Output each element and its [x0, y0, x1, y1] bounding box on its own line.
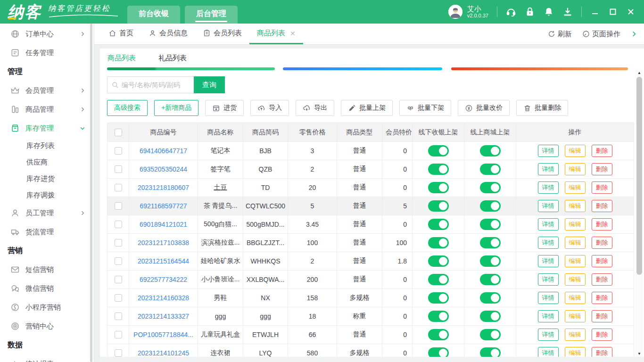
- close-button[interactable]: [626, 7, 636, 16]
- sidebar-item[interactable]: 营销中心: [0, 317, 94, 336]
- detail-button[interactable]: 详情: [538, 347, 559, 357]
- row-checkbox[interactable]: [115, 165, 122, 173]
- edit-button[interactable]: 编辑: [565, 329, 586, 341]
- sidebar-item[interactable]: 统计报表: [0, 354, 94, 362]
- edit-button[interactable]: 编辑: [565, 145, 586, 157]
- lock-icon[interactable]: [525, 7, 535, 17]
- crumb-tab-1[interactable]: 会员信息: [141, 24, 195, 44]
- offline-cashier-toggle[interactable]: [428, 200, 449, 212]
- delete-button[interactable]: 删除: [592, 145, 612, 157]
- product-id-link[interactable]: 20231214133327: [138, 313, 189, 320]
- product-id-link[interactable]: 20231218180607: [138, 184, 189, 191]
- edit-button[interactable]: 编辑: [565, 237, 586, 249]
- avatar[interactable]: [448, 5, 462, 19]
- offline-cashier-toggle[interactable]: [428, 292, 449, 304]
- delete-button[interactable]: 删除: [592, 200, 612, 212]
- refresh-button[interactable]: 刷新: [548, 30, 572, 39]
- detail-button[interactable]: 详情: [538, 273, 559, 286]
- row-checkbox[interactable]: [115, 313, 122, 320]
- edit-button[interactable]: 编辑: [565, 255, 586, 267]
- minimize-button[interactable]: [590, 7, 600, 16]
- online-store-toggle[interactable]: [480, 219, 501, 230]
- detail-button[interactable]: 详情: [538, 292, 559, 304]
- row-checkbox[interactable]: [115, 202, 122, 210]
- vertical-scrollbar[interactable]: ▲ ▼: [636, 69, 643, 357]
- delete-button[interactable]: 删除: [592, 292, 612, 304]
- sidebar-subitem[interactable]: 库存调拨: [0, 187, 94, 204]
- edit-button[interactable]: 编辑: [565, 218, 586, 230]
- sidebar-item[interactable]: 货流管理: [0, 222, 94, 241]
- detail-button[interactable]: 详情: [538, 329, 559, 341]
- support-headset-icon[interactable]: [506, 7, 516, 17]
- sidebar-item[interactable]: 库存管理: [0, 119, 94, 138]
- delete-button[interactable]: 删除: [592, 310, 612, 322]
- online-store-toggle[interactable]: [480, 200, 501, 212]
- detail-button[interactable]: 详情: [538, 181, 559, 194]
- sidebar-item[interactable]: 会员管理: [0, 81, 94, 100]
- sidebar-item[interactable]: 微信营销: [0, 279, 94, 298]
- offline-cashier-toggle[interactable]: [428, 347, 449, 357]
- offline-cashier-toggle[interactable]: [428, 182, 449, 193]
- product-id-link[interactable]: 20231214101245: [138, 349, 189, 357]
- row-checkbox[interactable]: [115, 349, 122, 357]
- query-button[interactable]: 查询: [194, 76, 225, 93]
- offline-cashier-toggle[interactable]: [428, 274, 449, 285]
- toolbar-button[interactable]: 批量改价: [458, 100, 510, 116]
- product-id-link[interactable]: 20231215164544: [138, 257, 189, 265]
- detail-button[interactable]: 详情: [538, 218, 559, 230]
- row-checkbox[interactable]: [115, 294, 122, 302]
- sidebar-subitem[interactable]: 库存列表: [0, 138, 94, 154]
- tab-product-list[interactable]: 商品列表: [107, 54, 136, 63]
- online-store-toggle[interactable]: [480, 182, 501, 193]
- product-id-link[interactable]: 20231217103838: [138, 239, 189, 247]
- product-id-link[interactable]: 6901894121021: [140, 221, 187, 228]
- select-all-checkbox[interactable]: [115, 129, 122, 136]
- sidebar-item[interactable]: 订单中心: [0, 25, 94, 43]
- online-store-toggle[interactable]: [480, 274, 501, 285]
- product-id-link[interactable]: 6935205350244: [140, 165, 187, 173]
- scrollbar-thumb[interactable]: [636, 77, 642, 275]
- detail-button[interactable]: 详情: [538, 237, 559, 249]
- sidebar-item[interactable]: 员工管理: [0, 204, 94, 222]
- offline-cashier-toggle[interactable]: [428, 237, 449, 248]
- delete-button[interactable]: 删除: [592, 237, 612, 249]
- edit-button[interactable]: 编辑: [565, 181, 586, 194]
- horizontal-scrollbar[interactable]: [100, 357, 644, 362]
- row-checkbox[interactable]: [115, 239, 122, 247]
- delete-button[interactable]: 删除: [592, 181, 612, 194]
- row-checkbox[interactable]: [115, 257, 122, 265]
- online-store-toggle[interactable]: [480, 347, 501, 357]
- edit-button[interactable]: 编辑: [565, 163, 586, 175]
- detail-button[interactable]: 详情: [538, 310, 559, 322]
- nav-tab-backoffice[interactable]: 后台管理: [185, 6, 238, 24]
- online-store-toggle[interactable]: [480, 255, 501, 267]
- row-checkbox[interactable]: [115, 221, 122, 228]
- edit-button[interactable]: 编辑: [565, 310, 586, 322]
- offline-cashier-toggle[interactable]: [428, 311, 449, 322]
- edit-button[interactable]: 编辑: [565, 273, 586, 286]
- detail-button[interactable]: 详情: [538, 200, 559, 212]
- offline-cashier-toggle[interactable]: [428, 329, 449, 340]
- online-store-toggle[interactable]: [480, 237, 501, 248]
- close-tab-icon[interactable]: ✕: [290, 30, 296, 37]
- online-store-toggle[interactable]: [480, 329, 501, 340]
- edit-button[interactable]: 编辑: [565, 347, 586, 357]
- crumb-tab-2[interactable]: 会员列表: [195, 24, 249, 44]
- online-store-toggle[interactable]: [480, 145, 501, 156]
- page-operations-button[interactable]: 页面操作: [582, 30, 620, 39]
- sidebar-subitem[interactable]: 供应商: [0, 154, 94, 171]
- sidebar-subitem[interactable]: 库存进货: [0, 171, 94, 187]
- scroll-up-arrow-icon[interactable]: ▲: [636, 69, 643, 76]
- sidebar-item[interactable]: 小程序营销: [0, 298, 94, 317]
- toolbar-button[interactable]: 导出: [296, 100, 334, 116]
- offline-cashier-toggle[interactable]: [428, 145, 449, 156]
- online-store-toggle[interactable]: [480, 292, 501, 304]
- row-checkbox[interactable]: [115, 184, 122, 191]
- crumb-tab-product-list[interactable]: 商品列表✕: [249, 24, 303, 44]
- toolbar-button[interactable]: 高级搜索: [107, 100, 148, 116]
- product-id-link[interactable]: POP10057718844...: [133, 331, 193, 338]
- detail-button[interactable]: 详情: [538, 145, 559, 157]
- delete-button[interactable]: 删除: [592, 273, 612, 286]
- edit-button[interactable]: 编辑: [565, 200, 586, 212]
- product-id-link[interactable]: 20231214160328: [138, 294, 189, 302]
